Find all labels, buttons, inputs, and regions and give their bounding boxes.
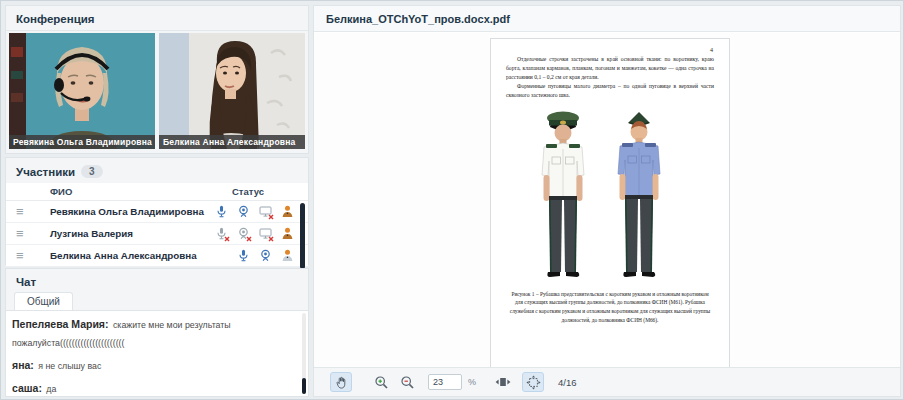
- chat-message-list: Пепеляева Мария: скажите мне мои результ…: [6, 310, 308, 396]
- zoom-in-button[interactable]: [370, 372, 392, 392]
- drag-handle-icon[interactable]: ≡: [16, 249, 24, 262]
- video-name-label: Ревякина Ольга Владимировна: [9, 135, 155, 149]
- chat-message: Пепеляева Мария: скажите мне мои результ…: [6, 311, 308, 352]
- figure-caption: Рисунок 1 – Рубашка представительская с …: [509, 290, 711, 325]
- video-tile-revyakina[interactable]: Ревякина Ольга Владимировна: [9, 33, 155, 149]
- document-viewer-panel: Белкина_OTChYoT_пров.docx.pdf 4 Отделочн…: [313, 5, 901, 397]
- participant-name: Ревякина Ольга Владимировна: [50, 206, 204, 217]
- video-tile-belkina[interactable]: Белкина Анна Александровна: [159, 33, 305, 149]
- document-canvas[interactable]: 4 Отделочные строчки застрочены в край о…: [314, 33, 900, 367]
- chat-message: яна: я не слышу вас: [6, 352, 308, 375]
- fit-width-icon: [495, 376, 511, 388]
- participants-title: Участники3: [6, 158, 308, 183]
- screen-share-blocked-icon[interactable]: [259, 227, 272, 240]
- figure-uniform-illustration: [491, 103, 729, 289]
- zoom-out-icon: [400, 375, 415, 390]
- screen-share-blocked-icon[interactable]: [259, 205, 272, 218]
- page-indicator: 4/16: [558, 377, 577, 388]
- message-text: я не слышу вас: [38, 361, 101, 371]
- page-number: 4: [491, 47, 713, 53]
- participant-row[interactable]: ≡ Ревякина Ольга Владимировна: [6, 201, 308, 223]
- video-feed-illustration: [159, 33, 305, 149]
- video-grid: Ревякина Ольга Владимировна Белкин: [6, 31, 308, 151]
- column-header-fio: ФИО: [50, 186, 72, 197]
- pdf-page: 4 Отделочные строчки застрочены в край о…: [490, 38, 730, 367]
- chat-scrollbar-thumb[interactable]: [302, 378, 306, 394]
- video-feed-illustration: [9, 33, 155, 149]
- chat-scrollbar[interactable]: [302, 313, 306, 394]
- listener-person-icon: [281, 249, 294, 262]
- drag-handle-icon[interactable]: ≡: [16, 227, 24, 240]
- microphone-on-icon[interactable]: [237, 249, 250, 262]
- document-title: Белкина_OTChYoT_пров.docx.pdf: [314, 6, 900, 32]
- hand-tool-button[interactable]: [330, 372, 352, 392]
- camera-off-icon[interactable]: [237, 227, 250, 240]
- zoom-out-button[interactable]: [396, 372, 418, 392]
- camera-on-icon[interactable]: [259, 249, 272, 262]
- moderator-person-icon: [281, 227, 294, 240]
- message-author: Пепеляева Мария:: [12, 318, 108, 330]
- page-paragraph: Форменные пуговицы малого диаметра – по …: [506, 82, 714, 100]
- message-author: саша:: [12, 382, 42, 394]
- conference-panel: Конференция: [5, 5, 309, 154]
- page-paragraph: Отделочные строчки застрочены в край осн…: [506, 55, 714, 82]
- moderator-person-icon: [281, 205, 294, 218]
- chat-panel: Чат Общий Пепеляева Мария: скажите мне м…: [5, 268, 309, 397]
- fit-page-icon: [526, 375, 541, 390]
- camera-on-icon[interactable]: [237, 205, 250, 218]
- video-name-label: Белкина Анна Александровна: [159, 135, 305, 149]
- chat-title: Чат: [6, 269, 308, 290]
- chat-message: саша: да: [6, 375, 308, 396]
- fit-width-button[interactable]: [492, 372, 514, 392]
- participants-scrollbar[interactable]: [300, 203, 305, 269]
- man-blue-shirt: [618, 112, 660, 277]
- conference-title: Конференция: [6, 6, 308, 30]
- participant-row[interactable]: ≡ Белкина Анна Александровна: [6, 245, 308, 267]
- hand-icon: [335, 376, 348, 389]
- participants-count-badge: 3: [81, 165, 103, 178]
- message-text: да: [46, 384, 56, 394]
- percent-label: %: [468, 377, 476, 387]
- message-author: яна:: [12, 359, 34, 371]
- participant-name: Белкина Анна Александровна: [50, 250, 197, 261]
- participants-table: ФИО Статус ≡ Ревякина Ольга Владимировна: [6, 183, 308, 267]
- zoom-percent-input[interactable]: [428, 374, 462, 390]
- participant-name: Лузгина Валерия: [50, 228, 133, 239]
- zoom-in-icon: [374, 375, 389, 390]
- participant-row[interactable]: ≡ Лузгина Валерия: [6, 223, 308, 245]
- fit-page-button[interactable]: [522, 372, 544, 392]
- pdf-toolbar: % 4/16: [314, 367, 900, 396]
- chat-tab-bar: Общий: [6, 291, 308, 310]
- microphone-on-icon[interactable]: [215, 205, 228, 218]
- participants-table-header: ФИО Статус: [6, 183, 308, 201]
- drag-handle-icon[interactable]: ≡: [16, 205, 24, 218]
- microphone-muted-icon[interactable]: [215, 227, 228, 240]
- column-header-status: Статус: [232, 186, 264, 197]
- participants-panel: Участники3 ФИО Статус ≡ Ревякина Ольга В…: [5, 157, 309, 265]
- chat-tab-general[interactable]: Общий: [14, 292, 73, 310]
- man-white-shirt: [542, 111, 584, 277]
